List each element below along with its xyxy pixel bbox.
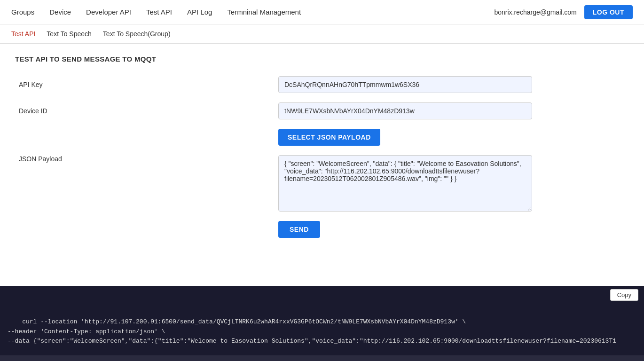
nav-item-device[interactable]: Device [49,8,71,16]
nav-item-developer-api[interactable]: Developer API [86,8,131,16]
main-content: TEST API TO SEND MESSAGE TO MQQT API Key… [0,44,644,259]
device-id-row: Device ID [15,102,629,119]
select-json-row: SELECT JSON PAYLOAD [15,129,629,146]
api-key-label: API Key [15,81,278,88]
nav-item-terminal-management[interactable]: Termninal Management [227,8,301,16]
json-payload-row: JSON Payload { "screen": "WelcomeScreen"… [15,155,629,212]
page-title: TEST API TO SEND MESSAGE TO MQQT [15,55,629,63]
device-id-input[interactable] [278,102,532,119]
api-key-row: API Key [15,76,629,93]
nav-item-test-api[interactable]: Test API [146,8,172,16]
top-nav-right: bonrix.recharge@gmail.com LOG OUT [494,5,633,19]
sub-nav: Test API Text To Speech Text To Speech(G… [0,24,644,44]
select-json-button[interactable]: SELECT JSON PAYLOAD [278,129,380,146]
send-button[interactable]: SEND [278,221,320,238]
top-nav: Groups Device Developer API Test API API… [0,0,644,24]
nav-item-groups[interactable]: Groups [11,8,34,16]
sub-nav-item-text-to-speech[interactable]: Text To Speech [47,30,91,38]
logout-button[interactable]: LOG OUT [584,5,633,19]
api-key-input[interactable] [278,76,532,93]
json-payload-label: JSON Payload [15,155,278,163]
nav-item-api-log[interactable]: API Log [187,8,212,16]
sub-nav-item-text-to-speech-group[interactable]: Text To Speech(Group) [103,30,171,38]
sub-nav-item-test-api[interactable]: Test API [11,30,35,38]
json-payload-textarea[interactable]: { "screen": "WelcomeScreen", "data": { "… [278,155,532,212]
device-id-label: Device ID [15,107,278,115]
nav-links: Groups Device Developer API Test API API… [11,8,301,16]
send-row: SEND [15,221,629,238]
user-email: bonrix.recharge@gmail.com [494,8,576,16]
